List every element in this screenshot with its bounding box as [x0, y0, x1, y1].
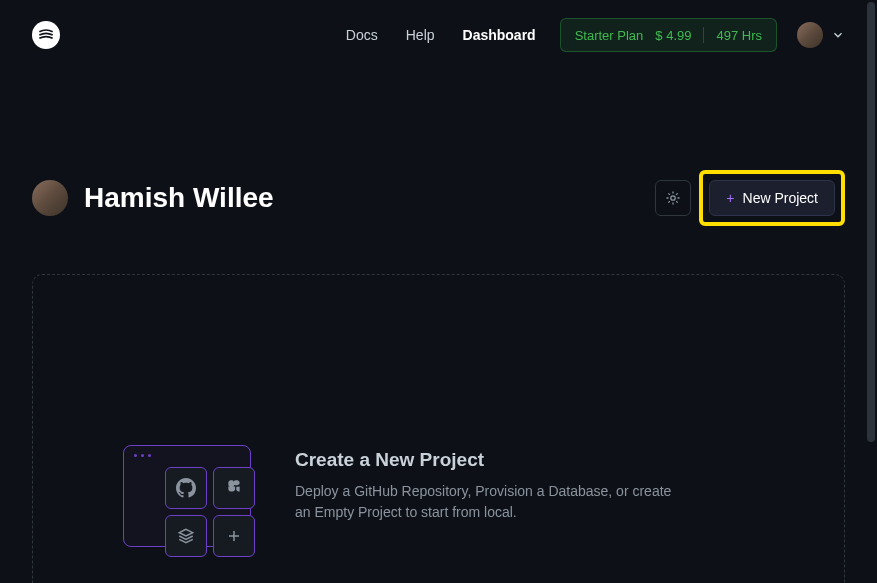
empty-title: Create a New Project: [295, 449, 675, 471]
plan-name: Starter Plan: [575, 28, 644, 43]
user-menu[interactable]: [797, 22, 845, 48]
page-header: Hamish Willee + New Project: [32, 170, 845, 226]
page-title: Hamish Willee: [84, 182, 274, 214]
layers-icon: [165, 515, 207, 557]
empty-state-panel: Create a New Project Deploy a GitHub Rep…: [32, 274, 845, 583]
database-icon: [213, 467, 255, 509]
gear-icon: [665, 190, 681, 206]
avatar: [797, 22, 823, 48]
scrollbar[interactable]: [867, 2, 875, 442]
user-heading: Hamish Willee: [32, 180, 274, 216]
nav-dashboard[interactable]: Dashboard: [463, 27, 536, 43]
plan-hours: 497 Hrs: [716, 28, 762, 43]
user-avatar: [32, 180, 68, 216]
top-navigation: Docs Help Dashboard Starter Plan $ 4.99 …: [0, 0, 877, 70]
plus-icon: +: [726, 190, 734, 206]
nav-help[interactable]: Help: [406, 27, 435, 43]
github-icon: [165, 467, 207, 509]
main-content: Hamish Willee + New Project: [0, 70, 877, 583]
plan-price: $ 4.99: [655, 28, 691, 43]
brand-logo[interactable]: [32, 21, 60, 49]
empty-text: Create a New Project Deploy a GitHub Rep…: [295, 445, 675, 523]
add-icon: [213, 515, 255, 557]
chevron-down-icon: [831, 28, 845, 42]
header-actions: + New Project: [655, 170, 845, 226]
empty-description: Deploy a GitHub Repository, Provision a …: [295, 481, 675, 523]
nav-docs[interactable]: Docs: [346, 27, 378, 43]
new-project-button[interactable]: + New Project: [709, 180, 835, 216]
nav-links: Docs Help Dashboard: [346, 27, 536, 43]
svg-point-0: [671, 196, 675, 200]
plan-divider: [703, 27, 704, 43]
empty-illustration: [123, 445, 263, 555]
new-project-highlight: + New Project: [699, 170, 845, 226]
plan-badge[interactable]: Starter Plan $ 4.99 497 Hrs: [560, 18, 777, 52]
settings-button[interactable]: [655, 180, 691, 216]
new-project-label: New Project: [743, 190, 818, 206]
